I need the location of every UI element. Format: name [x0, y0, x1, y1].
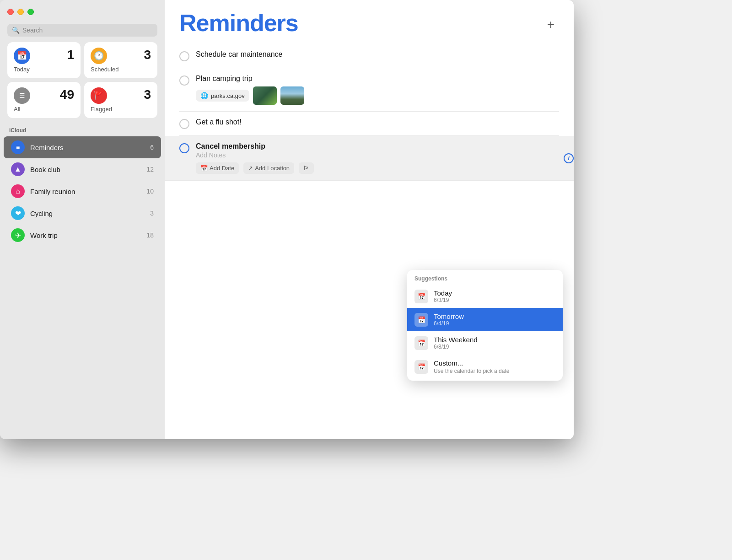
- smart-card-all[interactable]: ☰ 49 All: [7, 82, 81, 118]
- family-reunion-icon: ⌂: [11, 184, 25, 198]
- dropdown-custom-icon: 📅: [414, 360, 428, 374]
- minimize-button[interactable]: [17, 9, 24, 15]
- parks-link-text: parks.ca.gov: [211, 92, 245, 99]
- dropdown-today[interactable]: 📅 Today 6/3/19: [407, 285, 563, 308]
- flagged-icon: 🚩: [91, 87, 107, 104]
- flag-button[interactable]: 🏳: [299, 162, 314, 174]
- search-icon: 🔍: [12, 27, 20, 34]
- cycling-icon: ❤: [11, 206, 25, 220]
- reminder-title-flu: Get a flu shot!: [196, 118, 242, 126]
- cycling-name: Cycling: [30, 210, 145, 217]
- dropdown-suggestions-label: Suggestions: [407, 270, 563, 285]
- work-trip-name: Work trip: [30, 232, 141, 239]
- reminder-notes-cancel[interactable]: Add Notes: [196, 151, 559, 159]
- dropdown-weekend-icon: 📅: [414, 336, 428, 350]
- reminder-item-flu-shot: Get a flu shot!: [179, 112, 559, 136]
- reminder-item-camping: Plan camping trip 🌐 parks.ca.gov: [179, 68, 559, 112]
- dropdown-tomorrow[interactable]: 📅 Tomorrow 6/4/19: [407, 308, 563, 331]
- attachment-image-mountain: [280, 86, 304, 105]
- smart-lists-grid: 📅 1 Today 🕐 3 Scheduled ☰ 49 All 🚩 3: [0, 42, 165, 125]
- add-reminder-button[interactable]: +: [543, 16, 559, 33]
- sidebar-item-book-club[interactable]: ▲ Book club 12: [4, 158, 161, 180]
- dropdown-tomorrow-date: 6/4/19: [434, 320, 464, 327]
- reminder-attachments-camping: 🌐 parks.ca.gov: [196, 86, 304, 105]
- book-club-name: Book club: [30, 166, 141, 173]
- smart-card-today[interactable]: 📅 1 Today: [7, 42, 81, 78]
- scheduled-count: 3: [144, 48, 151, 62]
- work-trip-count: 18: [146, 232, 154, 239]
- maximize-button[interactable]: [27, 9, 34, 15]
- dropdown-today-title: Today: [434, 289, 452, 297]
- dropdown-today-date: 6/3/19: [434, 297, 452, 303]
- sidebar-item-cycling[interactable]: ❤ Cycling 3: [4, 202, 161, 224]
- all-icon: ☰: [14, 87, 30, 104]
- sidebar-item-family-reunion[interactable]: ⌂ Family reunion 10: [4, 180, 161, 202]
- book-club-count: 12: [146, 166, 154, 173]
- reminder-edit-row-cancel: 📅 Add Date ↗ Add Location 🏳: [196, 162, 559, 174]
- family-reunion-name: Family reunion: [30, 188, 141, 195]
- sidebar-item-work-trip[interactable]: ✈ Work trip 18: [4, 224, 161, 246]
- parks-link[interactable]: 🌐 parks.ca.gov: [196, 90, 249, 102]
- smart-card-flagged[interactable]: 🚩 3 Flagged: [84, 82, 157, 118]
- all-count: 49: [60, 87, 74, 102]
- book-club-icon: ▲: [11, 162, 25, 176]
- sidebar: 🔍 Search 📅 1 Today 🕐 3 Scheduled ☰ 49: [0, 0, 165, 439]
- location-arrow-icon: ↗: [248, 165, 253, 172]
- reminders-list-icon: ≡: [11, 140, 25, 154]
- dropdown-weekend-date: 6/8/19: [434, 344, 478, 350]
- flagged-count: 3: [144, 87, 151, 102]
- add-date-button[interactable]: 📅 Add Date: [196, 162, 239, 174]
- dropdown-custom[interactable]: 📅 Custom... Use the calendar to pick a d…: [407, 355, 563, 381]
- reminder-item-cancel-membership: Cancel membership Add Notes 📅 Add Date ↗…: [165, 136, 574, 181]
- reminder-checkbox-cancel[interactable]: [179, 143, 189, 153]
- today-label: Today: [14, 66, 74, 73]
- reminder-checkbox-camping[interactable]: [179, 75, 189, 86]
- attachment-image-forest: [253, 86, 277, 105]
- dropdown-today-icon: 📅: [414, 290, 428, 303]
- dropdown-custom-title: Custom...: [434, 359, 509, 367]
- sidebar-item-reminders[interactable]: ≡ Reminders 6: [4, 136, 161, 158]
- date-dropdown: Suggestions 📅 Today 6/3/19 📅 Tomorrow 6/…: [407, 270, 563, 381]
- smart-card-scheduled[interactable]: 🕐 3 Scheduled: [84, 42, 157, 78]
- page-title: Reminders: [179, 9, 298, 37]
- work-trip-icon: ✈: [11, 228, 25, 242]
- main-content: Reminders + Schedule car maintenance Pla…: [165, 0, 574, 439]
- close-button[interactable]: [7, 9, 14, 15]
- today-count: 1: [67, 48, 74, 62]
- dropdown-custom-subtitle: Use the calendar to pick a date: [434, 368, 509, 374]
- search-bar[interactable]: 🔍 Search: [7, 24, 157, 37]
- reminders-list-count: 6: [150, 144, 154, 151]
- flagged-label: Flagged: [91, 106, 151, 113]
- reminder-checkbox-flu[interactable]: [179, 119, 189, 129]
- today-icon: 📅: [14, 48, 30, 64]
- lists-container: ≡ Reminders 6 ▲ Book club 12 ⌂ Family re…: [0, 136, 165, 246]
- family-reunion-count: 10: [146, 188, 154, 195]
- reminder-title-cancel: Cancel membership: [196, 142, 559, 151]
- reminder-title-car: Schedule car maintenance: [196, 50, 282, 59]
- globe-icon: 🌐: [200, 92, 208, 99]
- scheduled-label: Scheduled: [91, 66, 151, 73]
- all-label: All: [14, 106, 74, 113]
- add-location-button[interactable]: ↗ Add Location: [243, 162, 294, 174]
- main-header: Reminders +: [165, 0, 574, 37]
- titlebar: [0, 0, 165, 24]
- dropdown-tomorrow-icon: 📅: [414, 313, 428, 327]
- dropdown-tomorrow-title: Tomorrow: [434, 312, 464, 320]
- info-button[interactable]: i: [564, 153, 574, 163]
- reminder-checkbox-car[interactable]: [179, 51, 189, 61]
- search-input[interactable]: Search: [22, 27, 43, 34]
- cycling-count: 3: [150, 210, 154, 217]
- add-location-label: Add Location: [255, 165, 290, 172]
- calendar-icon: 📅: [200, 165, 208, 172]
- reminder-item-car-maintenance: Schedule car maintenance: [179, 44, 559, 68]
- dropdown-this-weekend[interactable]: 📅 This Weekend 6/8/19: [407, 331, 563, 355]
- flag-icon: 🏳: [303, 165, 309, 172]
- dropdown-weekend-title: This Weekend: [434, 336, 478, 344]
- add-date-label: Add Date: [210, 165, 234, 172]
- scheduled-icon: 🕐: [91, 48, 107, 64]
- icloud-section-label: iCloud: [0, 125, 165, 136]
- reminders-list-name: Reminders: [30, 144, 145, 151]
- reminder-title-camping: Plan camping trip: [196, 75, 304, 83]
